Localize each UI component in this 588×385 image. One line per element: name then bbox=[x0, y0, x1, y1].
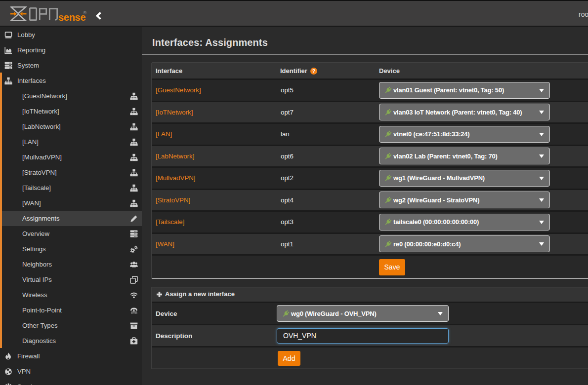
svg-text:®: ® bbox=[84, 10, 87, 15]
svg-text:sense: sense bbox=[58, 12, 85, 22]
